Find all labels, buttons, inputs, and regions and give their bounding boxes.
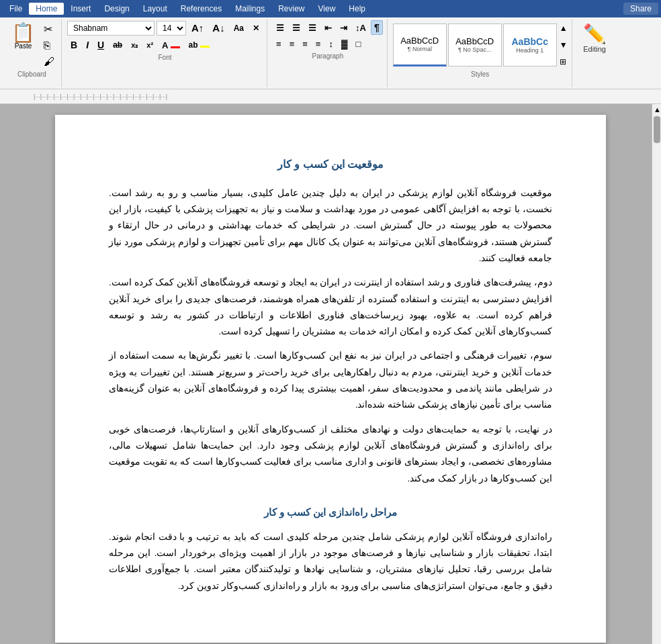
heading-launch-steps: مراحل راه‌اندازی این کسب و کار xyxy=(109,503,552,521)
font-label: Font xyxy=(67,54,263,61)
cut-button[interactable]: ✂ xyxy=(41,21,57,37)
style-scroll-up[interactable]: ▲ xyxy=(560,24,568,33)
font-name-select[interactable]: Shabnam xyxy=(67,21,155,36)
paragraph-3: سوم، تغییرات فرهنگی و اجتماعی در ایران ن… xyxy=(109,348,552,413)
editing-label: Editing xyxy=(583,45,606,53)
editing-content: ✏️ Editing xyxy=(578,20,612,56)
subscript-button[interactable]: x₂ xyxy=(128,39,141,52)
paragraph-4: در نهایت، با توجه به حمایت‌های دولت و نه… xyxy=(109,422,552,487)
font-size-select[interactable]: 14 xyxy=(157,21,186,36)
highlight-button[interactable]: ab xyxy=(185,38,213,52)
styles-items: AaBbCcD ¶ Normal AaBbCcD ¶ No Spac... Aa… xyxy=(393,24,557,66)
document-container: موقعیت این کسب و کار موقعیت فروشگاه آنلا… xyxy=(0,104,661,644)
menu-home[interactable]: Home xyxy=(29,3,64,15)
italic-button[interactable]: I xyxy=(83,38,92,52)
style-no-spacing[interactable]: AaBbCcD ¶ No Spac... xyxy=(448,24,502,66)
font-color-letter: A xyxy=(162,40,168,50)
paragraph-2: دوم، پیشرفت‌های فناوری و رشد استفاده از … xyxy=(109,275,552,340)
scroll-thumb[interactable] xyxy=(654,116,660,143)
document-scrollbar[interactable]: ▲ ▼ xyxy=(652,104,661,644)
clear-format-button[interactable]: ✕ xyxy=(249,21,263,35)
multilevel-button[interactable]: ☰ xyxy=(305,21,320,35)
style-normal-preview: AaBbCcD xyxy=(399,36,441,46)
style-normal[interactable]: AaBbCcD ¶ Normal xyxy=(393,24,447,66)
bullets-button[interactable]: ☰ xyxy=(273,21,288,35)
clipboard-group: 📋 Paste ✂ ⎘ 🖌 Clipboard xyxy=(3,19,62,87)
copy-button[interactable]: ⎘ xyxy=(41,38,57,53)
decrease-indent-button[interactable]: ⇤ xyxy=(321,21,335,35)
menu-file[interactable]: File xyxy=(3,3,29,15)
format-painter-button[interactable]: 🖌 xyxy=(41,54,57,69)
align-right-button[interactable]: ≡ xyxy=(299,37,311,51)
style-heading1-preview: AaBbCc xyxy=(509,36,551,47)
underline-button[interactable]: U xyxy=(94,38,107,52)
paragraph-label: Paragraph xyxy=(273,52,383,60)
borders-button[interactable]: □ xyxy=(352,37,364,51)
editing-group: ✏️ Editing xyxy=(574,19,616,87)
ribbon-row: 📋 Paste ✂ ⎘ 🖌 Clipboard Shabnam xyxy=(0,17,661,89)
menu-insert[interactable]: Insert xyxy=(64,3,97,15)
menu-references[interactable]: References xyxy=(174,3,228,15)
para-row1: ☰ ☰ ☰ ⇤ ⇥ ↕A ¶ xyxy=(273,20,383,35)
menu-review[interactable]: Review xyxy=(271,3,311,15)
styles-label: Styles xyxy=(393,71,568,78)
para-controls: ☰ ☰ ☰ ⇤ ⇥ ↕A ¶ ≡ ≡ ≡ ≡ ↕ ▓ □ xyxy=(273,20,383,51)
show-marks-button[interactable]: ¶ xyxy=(371,20,383,35)
document-page[interactable]: موقعیت این کسب و کار موقعیت فروشگاه آنلا… xyxy=(55,115,606,643)
increase-indent-button[interactable]: ⇥ xyxy=(337,21,351,35)
clipboard-label: Clipboard xyxy=(7,71,57,78)
styles-container: AaBbCcD ¶ Normal AaBbCcD ¶ No Spac... Aa… xyxy=(393,20,568,69)
style-heading1-label: Heading 1 xyxy=(509,47,551,54)
small-buttons: ✂ ⎘ 🖌 xyxy=(41,21,57,69)
superscript-button[interactable]: x² xyxy=(143,39,157,51)
ruler-marks: |···|···|···|···|···|···|···|···|···|···… xyxy=(34,93,167,100)
menu-help[interactable]: Help xyxy=(342,3,372,15)
line-spacing-button[interactable]: ↕ xyxy=(325,37,337,51)
heading-market-position: موقعیت این کسب و کار xyxy=(109,155,552,175)
font-row1: Shabnam 14 A↑ A↓ Aa ✕ xyxy=(67,20,263,36)
menu-view[interactable]: View xyxy=(312,3,343,15)
clipboard-tools: 📋 Paste ✂ ⎘ 🖌 xyxy=(7,20,57,69)
style-no-spacing-label: ¶ No Spac... xyxy=(454,46,496,53)
justify-button[interactable]: ≡ xyxy=(312,37,324,51)
highlight-letter: ab xyxy=(189,40,198,50)
menu-design[interactable]: Design xyxy=(97,3,136,15)
font-color-button[interactable]: A xyxy=(159,38,183,52)
bold-button[interactable]: B xyxy=(67,38,81,52)
ribbon: 📋 Paste ✂ ⎘ 🖌 Clipboard Shabnam xyxy=(0,17,661,89)
change-case-button[interactable]: Aa xyxy=(230,21,247,35)
grow-font-button[interactable]: A↑ xyxy=(188,20,207,36)
style-expand[interactable]: ⊞ xyxy=(560,57,568,66)
align-center-button[interactable]: ≡ xyxy=(286,37,298,51)
menu-share[interactable]: Share xyxy=(623,3,658,15)
ruler: |···|···|···|···|···|···|···|···|···|···… xyxy=(0,89,661,104)
clipboard-buttons: 📋 Paste ✂ ⎘ 🖌 xyxy=(7,20,57,69)
style-scroll-down[interactable]: ▼ xyxy=(560,40,568,50)
para-row2: ≡ ≡ ≡ ≡ ↕ ▓ □ xyxy=(273,37,383,51)
font-group: Shabnam 14 A↑ A↓ Aa ✕ B I U ab x₂ x² xyxy=(63,19,267,87)
strikethrough-button[interactable]: ab xyxy=(109,38,126,52)
align-left-button[interactable]: ≡ xyxy=(273,37,285,51)
paste-button[interactable]: 📋 Paste xyxy=(7,20,40,53)
styles-group: AaBbCcD ¶ Normal AaBbCcD ¶ No Spac... Aa… xyxy=(389,19,572,87)
style-no-spacing-preview: AaBbCcD xyxy=(454,36,496,46)
scroll-up-arrow[interactable]: ▲ xyxy=(652,104,661,115)
editing-icon: ✏️ xyxy=(583,23,607,45)
font-row2: B I U ab x₂ x² A ab xyxy=(67,38,263,52)
paragraph-group: ☰ ☰ ☰ ⇤ ⇥ ↕A ¶ ≡ ≡ ≡ ≡ ↕ ▓ □ P xyxy=(269,19,388,87)
paragraph-1: موقعیت فروشگاه آنلاین لوازم پزشکی در ایر… xyxy=(109,185,552,267)
menu-layout[interactable]: Layout xyxy=(136,3,174,15)
paste-icon: 📋 xyxy=(11,24,35,42)
font-color-bar xyxy=(171,46,180,48)
paste-label: Paste xyxy=(15,42,32,50)
numbering-button[interactable]: ☰ xyxy=(289,21,304,35)
menu-mailings[interactable]: Mailings xyxy=(228,3,271,15)
menu-bar: File Home Insert Design Layout Reference… xyxy=(0,0,661,17)
shading-button[interactable]: ▓ xyxy=(338,37,351,51)
style-heading1[interactable]: AaBbCc Heading 1 xyxy=(503,24,557,66)
styles-scroll: ▲ ▼ ⊞ xyxy=(560,24,568,66)
shrink-font-button[interactable]: A↓ xyxy=(209,20,228,36)
sort-button[interactable]: ↕A xyxy=(352,21,369,35)
font-controls: Shabnam 14 A↑ A↓ Aa ✕ B I U ab x₂ x² xyxy=(67,20,263,52)
style-normal-label: ¶ Normal xyxy=(399,46,441,52)
